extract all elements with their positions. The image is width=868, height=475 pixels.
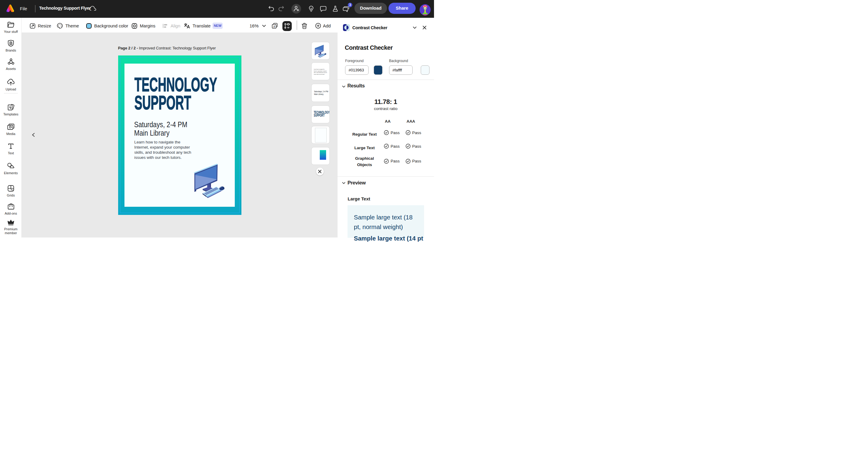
svg-text:2: 2 bbox=[273, 25, 275, 28]
